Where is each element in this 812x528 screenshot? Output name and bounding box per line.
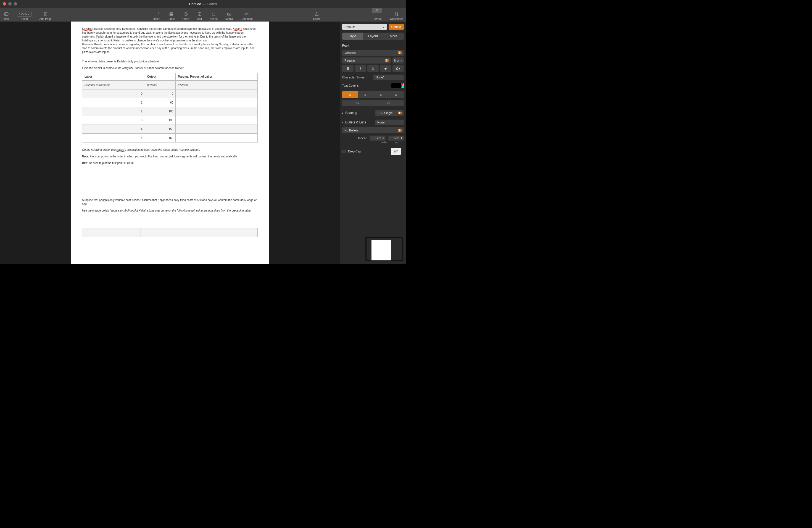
- th-mpl: Marginal Product of Labor: [176, 73, 258, 80]
- font-weight-select[interactable]: Regular ▲▼: [342, 57, 391, 63]
- stepper-arrows-icon: ▲▼: [382, 137, 384, 140]
- paragraph-1: Kaliah's Pizzas is a takeout-only pizza …: [82, 27, 258, 54]
- svg-rect-17: [228, 13, 231, 15]
- text-button[interactable]: AText: [197, 12, 202, 20]
- format-button[interactable]: Format: [372, 8, 382, 20]
- chevron-down-icon: ⌄: [402, 150, 404, 153]
- th-output: Output: [145, 73, 175, 80]
- document-button[interactable]: Document: [390, 12, 403, 20]
- font-family-select[interactable]: Verdana ▲▼: [342, 50, 404, 56]
- document-icon: [394, 12, 399, 17]
- align-center-icon: ≡: [364, 93, 366, 97]
- paragraph-4: Fill in the blanks to complete the Margi…: [82, 66, 258, 70]
- bullet-indent-stepper[interactable]: 0 cm▲▼: [369, 136, 386, 141]
- bullet-sublabel: Bullet: [381, 141, 387, 144]
- character-styles-select[interactable]: None* ⌄: [373, 75, 404, 80]
- inspector-tabs: Style Layout More: [342, 33, 404, 40]
- media-button[interactable]: Media: [226, 12, 233, 20]
- update-style-button[interactable]: Update: [389, 24, 404, 30]
- paragraph-style-select[interactable]: Default* ⌄: [342, 24, 387, 30]
- stepper-arrows-icon: ▲▼: [400, 59, 402, 62]
- align-left-button[interactable]: ≡: [342, 91, 358, 98]
- titlebar: Untitled — Edited: [0, 0, 406, 8]
- share-button[interactable]: Share: [313, 12, 321, 20]
- comment-icon: [244, 12, 249, 17]
- text-sublabel: Text: [395, 141, 400, 144]
- paragraph-6: Note: Plot your points in the order in w…: [82, 155, 258, 159]
- indent-label: Indent:: [358, 136, 367, 140]
- dropcap-checkbox[interactable]: [342, 150, 346, 153]
- strike-button[interactable]: S: [380, 65, 391, 72]
- share-icon: [314, 12, 319, 17]
- doc-title: Untitled: [189, 2, 201, 6]
- production-table: LaborOutputMarginal Product of Labor (Nu…: [82, 73, 258, 143]
- dropcap-preview-icon[interactable]: A≡: [391, 148, 401, 155]
- comment-button[interactable]: Comment: [241, 12, 252, 20]
- zoom-select[interactable]: 125% ⌄: [17, 12, 32, 17]
- window-title: Untitled — Edited: [189, 2, 217, 6]
- bold-button[interactable]: B: [342, 65, 353, 72]
- indent-segment: ≡◂ ▸≡: [342, 100, 404, 106]
- align-justify-icon: ≡: [395, 93, 397, 97]
- paragraph-9: Use the orange points (square symbol) to…: [82, 209, 258, 212]
- tab-more[interactable]: More: [383, 33, 404, 40]
- toolbar: View 125% ⌄ Zoom Add Page Insert Table C…: [0, 8, 406, 21]
- sidebar-icon: [4, 12, 9, 17]
- zoom-label: Zoom: [21, 17, 28, 20]
- svg-text:A: A: [199, 13, 200, 15]
- align-right-button[interactable]: ≡: [373, 91, 389, 98]
- page[interactable]: Kaliah's Pizzas is a takeout-only pizza …: [71, 21, 269, 264]
- tab-layout[interactable]: Layout: [363, 33, 383, 40]
- add-page-icon: [43, 12, 48, 17]
- spacing-disclosure[interactable]: ▸ Spacing 1.0 - Single ▲▼: [342, 110, 404, 116]
- italic-button[interactable]: I: [354, 65, 366, 72]
- indent-button[interactable]: ▸≡: [373, 100, 404, 106]
- outdent-button[interactable]: ≡◂: [342, 100, 373, 106]
- svg-rect-0: [4, 13, 8, 16]
- format-inspector: Default* ⌄ Update Style Layout More Font…: [340, 21, 406, 264]
- text-indent-stepper[interactable]: 0 cm▲▼: [388, 136, 404, 141]
- close-window-button[interactable]: [3, 2, 6, 5]
- character-styles-label: Character Styles: [342, 76, 365, 79]
- insert-button[interactable]: Insert: [153, 12, 160, 20]
- font-header: Font: [342, 44, 404, 47]
- add-page-button[interactable]: Add Page: [40, 12, 52, 20]
- spacing-select[interactable]: 1.0 - Single ▲▼: [375, 110, 404, 116]
- document-canvas[interactable]: Kaliah's Pizzas is a takeout-only pizza …: [0, 21, 340, 264]
- stepper-arrows-icon: ▲▼: [385, 59, 389, 62]
- view-button[interactable]: View: [3, 12, 10, 20]
- window-controls: [3, 2, 17, 5]
- paragraph-7: Hint: Be sure to plot the first point at…: [82, 161, 258, 165]
- stepper-arrows-icon: ▲▼: [398, 112, 402, 114]
- table-button[interactable]: Table: [168, 12, 175, 20]
- align-justify-button[interactable]: ≡: [388, 91, 404, 98]
- chevron-down-icon: ⌄: [400, 76, 402, 79]
- edited-indicator: — Edited: [201, 2, 217, 6]
- minimize-window-button[interactable]: [8, 2, 12, 5]
- bullets-preset-select[interactable]: None ⌄: [375, 120, 404, 125]
- tab-style[interactable]: Style: [342, 33, 363, 40]
- text-align-segment: ≡ ≡ ≡ ≡: [342, 91, 404, 98]
- shape-icon: [211, 12, 216, 17]
- bullets-disclosure[interactable]: ▾ Bullets & Lists None ⌄: [342, 120, 404, 125]
- stepper-arrows-icon: ▲▼: [401, 137, 402, 140]
- font-more-button[interactable]: ✿▾: [392, 65, 404, 72]
- insert-icon: [155, 12, 159, 17]
- underline-button[interactable]: U: [367, 65, 379, 72]
- indent-icon: ▸≡: [387, 101, 390, 105]
- shape-button[interactable]: Shape: [209, 12, 218, 20]
- page-navigator-thumbnail[interactable]: [365, 237, 404, 262]
- chart-button[interactable]: Chart: [182, 12, 189, 20]
- text-color-swatch[interactable]: [391, 83, 404, 88]
- stepper-arrows-icon: ▲▼: [398, 129, 402, 132]
- align-center-button[interactable]: ≡: [358, 91, 373, 98]
- gear-icon: ✿▾: [396, 67, 400, 70]
- media-icon: [227, 12, 232, 17]
- zoom-window-button[interactable]: [14, 2, 17, 5]
- bullets-type-select[interactable]: No Bullets ▲▼: [342, 127, 404, 133]
- text-color-label[interactable]: Text Color ⇅: [342, 84, 359, 87]
- chevron-down-icon: ⌄: [28, 13, 30, 15]
- align-right-icon: ≡: [380, 93, 382, 97]
- font-size-stepper[interactable]: 8 pt ▲▼: [392, 57, 404, 63]
- stepper-arrows-icon: ▲▼: [398, 52, 402, 54]
